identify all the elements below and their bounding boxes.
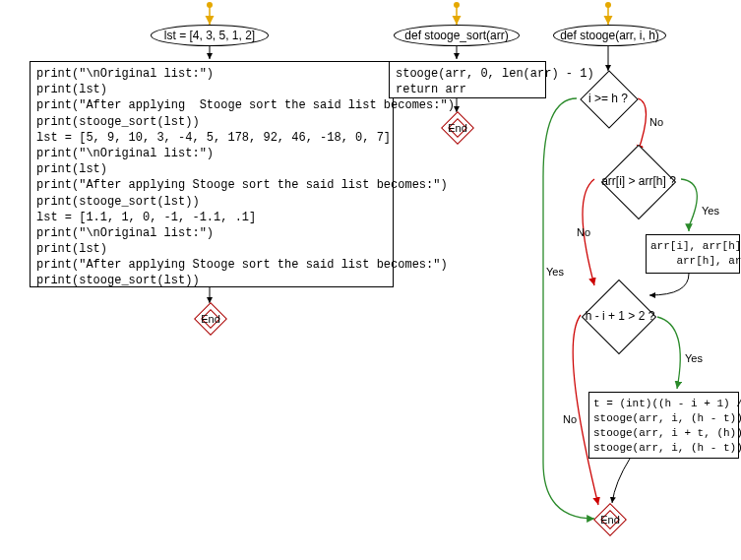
edge-d1-yes: Yes <box>546 266 564 278</box>
end-label-main: End <box>201 313 220 325</box>
start-node-stooge-label: def stooge(arr, i, h) <box>560 29 659 42</box>
swap-block: arr[i], arr[h] = arr[h], arr[i] <box>646 234 740 274</box>
start-node-main: lst = [4, 3, 5, 1, 2] <box>151 25 269 46</box>
start-node-stooge-sort: def stooge_sort(arr) <box>394 25 520 46</box>
start-node-main-label: lst = [4, 3, 5, 1, 2] <box>164 29 255 42</box>
end-label-stooge: End <box>600 514 620 526</box>
swap-block-text: arr[i], arr[h] = arr[h], arr[i] <box>650 240 741 267</box>
entry-dot-3 <box>605 2 611 8</box>
recurse-block: t = (int)((h - i + 1) / 3) stooge(arr, i… <box>588 392 739 459</box>
edge-d2-no: No <box>577 226 590 238</box>
start-node-stooge-sort-label: def stooge_sort(arr) <box>404 29 508 42</box>
code-block-main-text: print("\nOriginal list:") print(lst) pri… <box>36 67 455 287</box>
end-label-stooge-sort: End <box>448 122 467 134</box>
entry-dot-1 <box>207 2 213 8</box>
edge-d3-yes: Yes <box>685 352 703 364</box>
code-block-stooge-sort: stooge(arr, 0, len(arr) - 1) return arr <box>389 61 546 98</box>
edge-d3-no: No <box>563 413 577 425</box>
recurse-block-text: t = (int)((h - i + 1) / 3) stooge(arr, i… <box>593 398 741 454</box>
flowchart-canvas: lst = [4, 3, 5, 1, 2] print("\nOriginal … <box>0 0 741 560</box>
edge-d1-no: No <box>649 116 663 128</box>
edge-d2-yes: Yes <box>702 205 719 217</box>
start-node-stooge: def stooge(arr, i, h) <box>553 25 666 46</box>
entry-dot-2 <box>454 2 460 8</box>
code-block-main: print("\nOriginal list:") print(lst) pri… <box>30 61 394 287</box>
